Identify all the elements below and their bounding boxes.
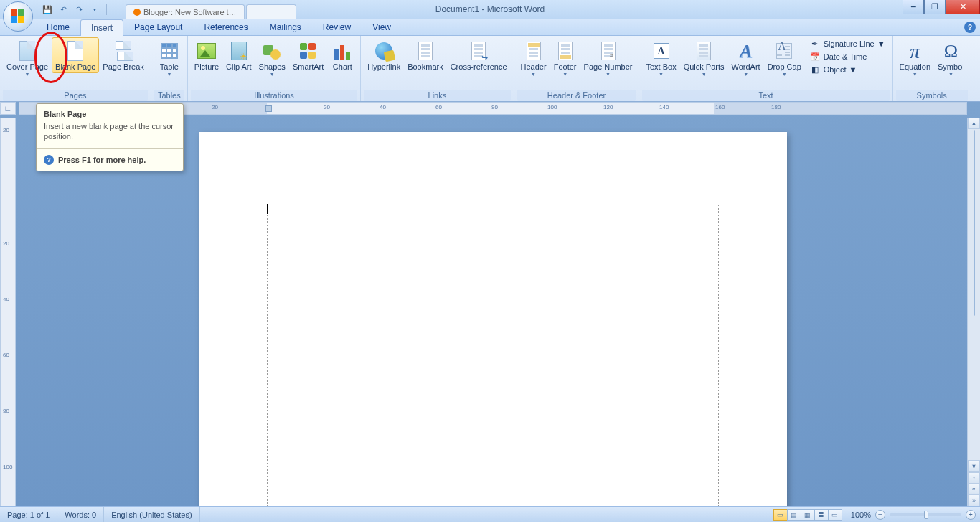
web-layout-view-icon[interactable]: ▦ — [801, 509, 815, 521]
blank-page-button[interactable]: Blank Page — [52, 37, 99, 73]
tab-view[interactable]: View — [362, 19, 402, 35]
status-language[interactable]: English (United States) — [104, 507, 200, 522]
shapes-button[interactable]: Shapes▼ — [255, 37, 289, 80]
redo-icon[interactable]: ↷ — [73, 4, 85, 15]
page-break-label: Page Break — [103, 63, 143, 71]
dropdown-icon: ▼ — [659, 70, 664, 78]
blank-page-label: Blank Page — [55, 63, 95, 71]
signature-line-button[interactable]: ✒Signature Line ▼ — [805, 37, 890, 50]
blank-page-icon — [64, 39, 87, 62]
clipart-button[interactable]: Clip Art — [222, 37, 255, 73]
help-button[interactable]: ? — [964, 22, 976, 33]
smartart-button[interactable]: SmartArt — [289, 37, 327, 73]
scroll-thumb[interactable] — [974, 130, 975, 316]
full-screen-view-icon[interactable]: ▤ — [787, 509, 801, 521]
header-button[interactable]: Header▼ — [517, 37, 550, 80]
zoom-value[interactable]: 100% — [851, 511, 871, 519]
symbol-icon: Ω — [939, 39, 962, 62]
clipart-label: Clip Art — [226, 63, 251, 71]
text-cursor — [267, 204, 268, 214]
equation-button[interactable]: πEquation▼ — [896, 37, 934, 80]
chart-button[interactable]: Chart — [327, 37, 357, 73]
cross-reference-icon: ↪ — [467, 39, 490, 62]
page-number-button[interactable]: #Page Number▼ — [580, 37, 636, 80]
tab-insert[interactable]: Insert — [80, 19, 123, 36]
indent-marker-icon[interactable] — [265, 105, 272, 112]
browser-tab[interactable]: Blogger: New Software t… — [126, 4, 245, 19]
drop-cap-button[interactable]: ADrop Cap▼ — [764, 37, 805, 80]
close-button[interactable]: ✕ — [946, 0, 980, 14]
office-logo-icon — [11, 9, 25, 24]
quick-parts-button[interactable]: Quick Parts▼ — [680, 37, 728, 80]
cross-reference-button[interactable]: ↪Cross-reference — [447, 37, 511, 73]
scroll-down-icon[interactable]: ▼ — [968, 460, 980, 472]
object-button[interactable]: ◧Object ▼ — [805, 63, 890, 76]
dropdown-icon: ▼ — [562, 70, 567, 78]
ruler-label: 100 — [3, 464, 12, 470]
quick-parts-icon — [692, 39, 715, 62]
minimize-button[interactable]: ━ — [903, 0, 924, 14]
office-button[interactable] — [3, 1, 33, 32]
page-break-button[interactable]: Page Break — [99, 37, 147, 73]
group-label: Header & Footer — [517, 90, 636, 101]
tab-review[interactable]: Review — [312, 19, 362, 35]
print-layout-view-icon[interactable]: ▭ — [773, 509, 788, 521]
scroll-up-icon[interactable]: ▲ — [968, 118, 980, 129]
wordart-button[interactable]: AWordArt▼ — [728, 37, 764, 80]
zoom-slider-thumb[interactable] — [924, 511, 928, 519]
cover-page-button[interactable]: Cover Page▼ — [3, 37, 52, 80]
tab-page-layout[interactable]: Page Layout — [123, 19, 193, 35]
save-icon[interactable]: 💾 — [42, 4, 53, 15]
signature-label: Signature Line — [824, 38, 875, 49]
zoom-out-button[interactable]: − — [875, 510, 885, 520]
vertical-scrollbar[interactable]: ▲ ▼ ◦ « » — [967, 118, 980, 506]
hyperlink-label: Hyperlink — [367, 63, 400, 71]
bookmark-icon — [414, 39, 437, 62]
table-icon — [158, 39, 181, 62]
draft-view-icon[interactable]: ▭ — [828, 509, 842, 521]
ruler-label: 40 — [380, 104, 386, 110]
browse-object-icon[interactable]: ◦ — [968, 472, 980, 483]
vertical-ruler[interactable]: 20 20 40 60 80 100 — [0, 118, 16, 506]
tab-references[interactable]: References — [193, 19, 258, 35]
tab-mailings[interactable]: Mailings — [259, 19, 312, 35]
browser-tab[interactable] — [246, 4, 296, 19]
page-number-icon: # — [597, 39, 620, 62]
date-time-icon: 📅 — [809, 51, 821, 62]
outline-view-icon[interactable]: ≣ — [814, 509, 829, 521]
undo-icon[interactable]: ↶ — [57, 4, 69, 15]
date-time-button[interactable]: 📅Date & Time — [805, 50, 890, 63]
group-illustrations: Picture Clip Art Shapes▼ SmartArt Chart … — [188, 36, 361, 101]
picture-button[interactable]: Picture — [191, 37, 222, 73]
bookmark-button[interactable]: Bookmark — [404, 37, 447, 73]
group-label: Text — [642, 90, 889, 101]
dropdown-icon: ▼ — [25, 70, 30, 78]
cross-reference-label: Cross-reference — [451, 63, 507, 71]
qat-dropdown-icon[interactable]: ▼ — [89, 4, 100, 15]
quick-access-toolbar: 💾 ↶ ↷ ▼ — [37, 0, 113, 19]
footer-button[interactable]: Footer▼ — [550, 37, 580, 80]
symbol-button[interactable]: ΩSymbol▼ — [934, 37, 968, 80]
prev-page-icon[interactable]: « — [968, 483, 980, 495]
maximize-button[interactable]: ❐ — [924, 0, 946, 14]
dropdown-icon: ▼ — [877, 38, 885, 49]
dropdown-icon: ▼ — [743, 70, 748, 78]
group-tables: Table▼ Tables — [151, 36, 188, 101]
zoom-in-button[interactable]: + — [966, 510, 976, 520]
ruler-label: 180 — [771, 104, 781, 110]
status-words[interactable]: Words: 0 — [57, 507, 104, 522]
group-text: AText Box▼ Quick Parts▼ AWordArt▼ ADrop … — [639, 36, 892, 101]
ruler-corner[interactable]: ∟ — [0, 102, 16, 115]
table-button[interactable]: Table▼ — [154, 37, 184, 80]
ruler-label: 160 — [715, 104, 725, 110]
group-label: Tables — [154, 90, 184, 101]
text-box-button[interactable]: AText Box▼ — [642, 37, 679, 80]
hyperlink-button[interactable]: Hyperlink — [364, 37, 404, 73]
tab-home[interactable]: Home — [36, 19, 80, 35]
status-page[interactable]: Page: 1 of 1 — [0, 507, 57, 522]
zoom-slider[interactable] — [890, 513, 961, 516]
cover-page-icon — [16, 39, 39, 62]
zoom-controls: 100% − + — [847, 510, 980, 520]
document-page[interactable] — [199, 132, 787, 506]
next-page-icon[interactable]: » — [968, 495, 980, 506]
